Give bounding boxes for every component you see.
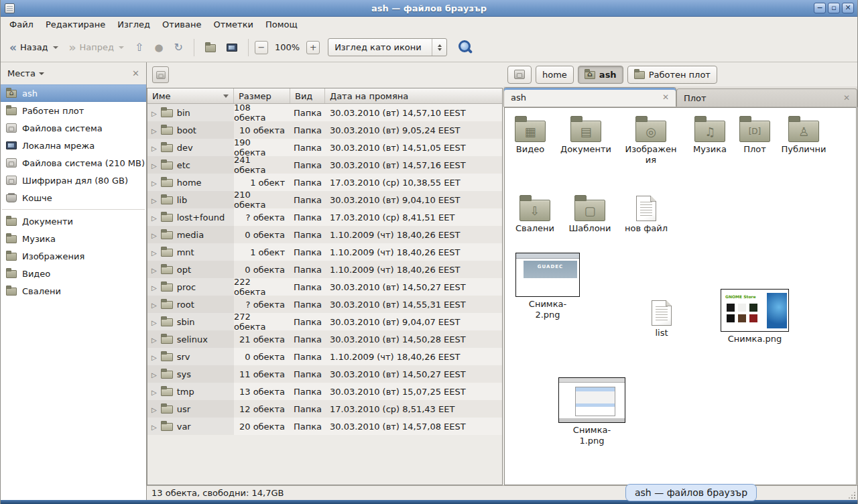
expander-icon[interactable] [151, 387, 157, 397]
table-row[interactable]: root ? обекта Папка 30.03.2010 (вт) 14,5… [147, 296, 502, 313]
tab-close-icon[interactable] [662, 92, 669, 102]
sidebar-mode-select[interactable]: Места [7, 68, 44, 78]
tab[interactable]: ash [503, 87, 676, 107]
expander-icon[interactable] [151, 352, 157, 362]
breadcrumb-button[interactable]: home [536, 66, 574, 84]
menu-item[interactable]: Отиване [156, 17, 207, 33]
table-row[interactable]: lib 210 обекта Папка 30.03.2010 (вт) 9,0… [147, 191, 502, 208]
file-item[interactable]: GUADEC Снимка-2.png [515, 253, 580, 320]
expander-icon[interactable] [151, 108, 157, 118]
sidebar-item[interactable]: Работен плот [1, 102, 146, 119]
expander-icon[interactable] [151, 247, 157, 257]
breadcrumb-button[interactable]: Работен плот [627, 66, 717, 84]
file-item[interactable]: Видео [505, 115, 556, 155]
table-row[interactable]: sys 11 обекта Папка 30.03.2010 (вт) 14,5… [147, 365, 502, 383]
menu-item[interactable]: Отметки [207, 17, 259, 33]
menu-item[interactable]: Редактиране [40, 17, 111, 33]
table-row[interactable]: opt 0 обекта Папка 1.10.2009 (чт) 18,40,… [147, 261, 502, 278]
sidebar-close-icon[interactable] [132, 68, 139, 78]
table-row[interactable]: proc 222 обекта Папка 30.03.2010 (вт) 14… [147, 278, 502, 296]
window-control-button[interactable] [842, 3, 854, 13]
sidebar-item[interactable]: Файлова система [1, 119, 146, 137]
icon-view[interactable]: Видео Документи Изображения [504, 107, 857, 485]
file-item[interactable]: Документи [556, 115, 615, 155]
window-control-button[interactable] [814, 3, 826, 13]
table-row[interactable]: lost+found ? обекта Папка 17.03.2010 (ср… [147, 208, 502, 226]
stop-button[interactable]: ● [149, 39, 168, 56]
sidebar-item[interactable]: ash [1, 84, 146, 102]
table-row[interactable]: selinux 21 обекта Папка 30.03.2010 (вт) … [147, 330, 502, 348]
table-row[interactable]: tmp 13 обекта Папка 30.03.2010 (вт) 15,0… [147, 383, 502, 400]
computer-button[interactable] [222, 41, 242, 54]
expander-icon[interactable] [151, 143, 157, 153]
file-item[interactable]: Изображения [621, 115, 680, 166]
expander-icon[interactable] [151, 212, 157, 223]
table-row[interactable]: sbin 272 обекта Папка 30.03.2010 (вт) 9,… [147, 313, 502, 330]
table-row[interactable]: dev 190 обекта Папка 30.03.2010 (вт) 14,… [147, 139, 502, 156]
expander-icon[interactable] [151, 160, 157, 170]
expander-icon[interactable] [151, 195, 157, 205]
table-row[interactable]: etc 241 обекта Папка 30.03.2010 (вт) 14,… [147, 156, 502, 174]
sidebar-item[interactable]: Кошче [1, 189, 146, 206]
back-button[interactable]: « Назад [5, 40, 63, 55]
table-row[interactable]: var 20 обекта Папка 30.03.2010 (вт) 14,5… [147, 418, 502, 435]
column-header-date[interactable]: Дата на промяна [325, 88, 502, 103]
tab[interactable]: Плот [676, 88, 857, 107]
resize-grip[interactable] [854, 497, 855, 499]
tab-close-icon[interactable] [843, 93, 850, 103]
breadcrumb-button[interactable]: ash [578, 66, 623, 84]
sidebar-item[interactable]: Видео [1, 265, 146, 282]
menu-item[interactable]: Изглед [111, 17, 156, 33]
menu-item[interactable]: Файл [3, 17, 40, 33]
file-item[interactable]: Шаблони [562, 194, 618, 234]
expander-icon[interactable] [151, 369, 157, 379]
forward-history-chevron-icon[interactable] [119, 46, 124, 49]
file-item[interactable]: Плот [728, 115, 782, 155]
sidebar-item[interactable]: Файлова система (210 MB) [1, 154, 146, 172]
expander-icon[interactable] [151, 125, 157, 135]
table-row[interactable]: media 0 обекта Папка 1.10.2009 (чт) 18,4… [147, 226, 502, 243]
table-row[interactable]: mnt 1 обект Папка 1.10.2009 (чт) 18,40,2… [147, 243, 502, 261]
column-header-name[interactable]: Име [147, 88, 234, 103]
forward-button[interactable]: » Напред [64, 40, 129, 55]
expander-icon[interactable] [151, 317, 157, 327]
table-row[interactable]: boot 10 обекта Папка 30.03.2010 (вт) 9,0… [147, 121, 502, 139]
table-row[interactable]: bin 108 обекта Папка 30.03.2010 (вт) 14,… [147, 104, 502, 121]
filesystem-root-button[interactable] [152, 66, 169, 83]
view-mode-select[interactable]: Изглед като икони [328, 38, 447, 56]
file-item[interactable]: Публични [774, 115, 833, 155]
column-header-size[interactable]: Размер [234, 88, 290, 103]
expander-icon[interactable] [151, 404, 157, 414]
expander-icon[interactable] [151, 230, 157, 240]
up-button[interactable]: ⇧ [130, 38, 148, 56]
file-item[interactable]: Снимка-1.png [557, 377, 627, 446]
expander-icon[interactable] [151, 282, 157, 292]
column-header-type[interactable]: Вид [290, 88, 325, 103]
expander-icon[interactable] [151, 422, 157, 432]
file-item[interactable]: Свалени [507, 194, 563, 234]
zoom-in-button[interactable]: + [306, 41, 320, 54]
breadcrumb-button[interactable] [507, 66, 532, 84]
reload-button[interactable]: ↻ [170, 38, 188, 56]
sidebar-item[interactable]: Изображения [1, 247, 146, 265]
table-row[interactable]: usr 12 обекта Папка 17.03.2010 (ср) 8,51… [147, 400, 502, 418]
menu-item[interactable]: Помощ [259, 17, 304, 33]
expander-icon[interactable] [151, 178, 157, 188]
window-control-button[interactable] [828, 3, 840, 13]
home-button[interactable] [200, 40, 221, 55]
sidebar-item[interactable]: Локална мрежа [1, 137, 146, 154]
file-item[interactable]: GNOME Store Снимка.png [719, 289, 790, 344]
expander-icon[interactable] [151, 300, 157, 310]
sidebar-item[interactable]: Свалени [1, 282, 146, 300]
sidebar-item[interactable]: Шифриран дял (80 GB) [1, 172, 146, 189]
file-item[interactable]: нов файл [618, 194, 674, 234]
expander-icon[interactable] [151, 334, 157, 344]
sidebar-item[interactable]: Документи [1, 212, 146, 230]
search-button[interactable] [456, 39, 474, 56]
sidebar-item[interactable]: Музика [1, 230, 146, 247]
table-row[interactable]: home 1 обект Папка 17.03.2010 (ср) 10,38… [147, 174, 502, 191]
back-history-chevron-icon[interactable] [53, 46, 58, 49]
file-item[interactable]: list [639, 298, 684, 338]
taskbar-window-label[interactable]: ash — файлов браузър [625, 484, 757, 501]
expander-icon[interactable] [151, 265, 157, 275]
